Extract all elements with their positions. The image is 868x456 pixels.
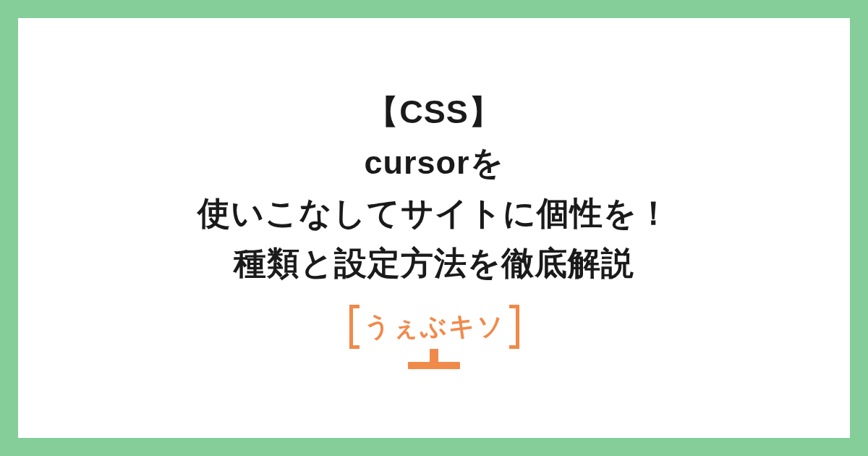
monitor-frame-right-icon bbox=[509, 305, 519, 349]
site-logo: うぇぶキソ bbox=[351, 309, 518, 369]
monitor-base-icon bbox=[408, 362, 460, 369]
title-line-3: 使いこなしてサイトに個性を！ bbox=[197, 188, 671, 239]
logo-text-wrap: うぇぶキソ bbox=[351, 309, 518, 347]
monitor-frame-left-icon bbox=[349, 305, 359, 349]
card: 【CSS】 cursorを 使いこなしてサイトに個性を！ 種類と設定方法を徹底解… bbox=[18, 18, 850, 438]
article-title: 【CSS】 cursorを 使いこなしてサイトに個性を！ 種類と設定方法を徹底解… bbox=[197, 87, 671, 289]
monitor-stand-icon bbox=[408, 349, 460, 369]
title-line-2: cursorを bbox=[197, 138, 671, 188]
logo-text: うぇぶキソ bbox=[364, 311, 505, 341]
title-line-1: 【CSS】 bbox=[197, 87, 671, 138]
monitor-neck-icon bbox=[430, 349, 438, 362]
title-line-4: 種類と設定方法を徹底解説 bbox=[197, 238, 671, 289]
